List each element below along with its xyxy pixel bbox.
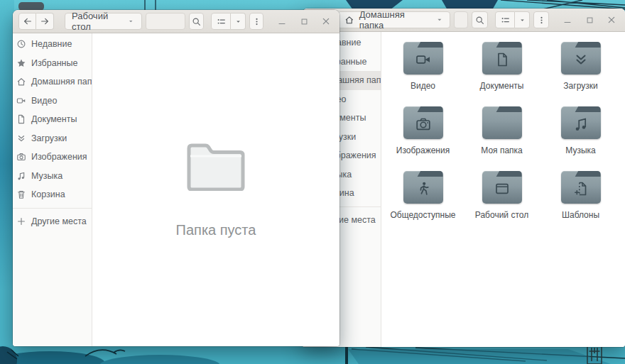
front-minimize-button[interactable] <box>276 15 288 28</box>
folder-item[interactable]: Загрузки <box>544 42 618 91</box>
plus-icon <box>16 216 26 226</box>
document-icon <box>494 51 511 68</box>
back-maximize-button[interactable] <box>583 13 596 26</box>
folder-icon <box>561 106 601 139</box>
chevron-down-icon <box>234 18 242 26</box>
plain-icon <box>494 116 511 133</box>
sidebar-item[interactable]: Музыка <box>13 167 92 186</box>
list-view-icon <box>501 16 510 25</box>
front-content-area: Папка пуста <box>92 33 339 346</box>
empty-folder-message: Папка пуста <box>176 222 256 238</box>
folder-label: Изображения <box>396 145 450 155</box>
folder-item[interactable]: Общедоступные <box>386 171 460 220</box>
music-icon <box>572 116 589 133</box>
sidebar-item-label: Музыка <box>31 171 62 181</box>
folder-item[interactable]: Музыка <box>544 106 618 155</box>
search-icon <box>475 16 484 25</box>
pictures-icon <box>16 152 26 162</box>
sidebar-item[interactable]: Изображения <box>13 148 92 167</box>
sidebar-item-label: Домашняя папка <box>31 77 92 87</box>
kebab-menu-icon <box>537 16 546 25</box>
front-path-extra-segment <box>146 13 186 30</box>
folder-label: Музыка <box>565 145 595 155</box>
folder-label: Документы <box>480 81 524 91</box>
downloads-icon <box>572 51 589 68</box>
arrow-right-icon <box>40 16 50 26</box>
sidebar-item-label: Другие места <box>31 216 87 226</box>
front-headerbar: Рабочий стол <box>13 10 339 33</box>
folder-label: Видео <box>411 81 435 91</box>
files-window-desktop: Рабочий стол Недавние <box>13 10 339 346</box>
folder-icon <box>403 42 443 75</box>
chevron-down-icon <box>127 17 134 26</box>
front-view-split-button <box>211 13 246 30</box>
back-window-controls <box>561 13 618 26</box>
front-path-button[interactable]: Рабочий стол <box>65 13 142 30</box>
sidebar-item[interactable]: Загрузки <box>13 129 92 148</box>
document-icon <box>16 114 26 124</box>
chevron-down-icon <box>435 16 444 24</box>
front-list-view-button[interactable] <box>211 13 231 30</box>
back-window-body: Недавние Избранные Домашняя папка Видео … <box>302 32 625 347</box>
sidebar-item-label: Загрузки <box>31 133 67 143</box>
back-path-extra-segment <box>454 11 468 28</box>
camera-icon <box>415 116 432 133</box>
back-content-area: Видео Документы Загрузки <box>381 32 625 347</box>
sidebar-item-label: Изображения <box>31 152 87 162</box>
folder-label: Шаблоны <box>562 210 599 220</box>
sidebar-item-label: Недавние <box>31 39 72 49</box>
folder-item[interactable]: Документы <box>465 42 539 91</box>
back-button[interactable] <box>18 13 36 30</box>
home-icon <box>344 15 354 25</box>
folder-icon <box>482 42 522 75</box>
minimize-icon <box>562 15 572 25</box>
back-headerbar: Домашняя папка <box>302 9 625 32</box>
close-icon <box>607 15 616 25</box>
close-icon <box>321 16 331 26</box>
forward-button[interactable] <box>36 13 54 30</box>
folder-item[interactable]: Шаблоны <box>544 171 618 220</box>
chevron-down-icon <box>518 16 526 24</box>
sidebar-item[interactable]: Домашняя папка <box>13 72 92 92</box>
back-path-label: Домашняя папка <box>359 9 430 31</box>
back-minimize-button[interactable] <box>561 13 574 26</box>
list-view-icon <box>217 17 226 26</box>
home-icon <box>16 77 26 87</box>
sidebar-item[interactable]: Корзина <box>13 185 92 204</box>
video-icon <box>415 51 432 68</box>
folder-icon <box>482 106 522 139</box>
sidebar-item[interactable]: Избранные <box>13 54 92 73</box>
sidebar-item[interactable]: Видео <box>13 92 92 111</box>
folder-label: Общедоступные <box>390 210 455 220</box>
folder-item[interactable]: Видео <box>386 42 460 91</box>
back-list-view-button[interactable] <box>495 11 515 28</box>
recent-icon <box>16 39 26 49</box>
front-window-body: Недавние Избранные Домашняя папка Видео … <box>13 33 339 346</box>
folder-item[interactable]: Изображения <box>386 106 460 155</box>
sidebar-item-other-locations[interactable]: Другие места <box>13 212 92 231</box>
maximize-icon <box>300 17 309 26</box>
front-search-button[interactable] <box>189 13 204 30</box>
front-window-controls <box>276 15 332 28</box>
sidebar-item[interactable]: Документы <box>13 110 92 129</box>
back-path-button[interactable]: Домашняя папка <box>337 11 450 28</box>
folder-item[interactable]: Рабочий стол <box>465 171 539 220</box>
sidebar-item[interactable]: Недавние <box>13 35 92 54</box>
front-menu-button[interactable] <box>249 13 263 30</box>
folder-icon <box>561 171 601 204</box>
navigation-buttons <box>18 13 54 30</box>
public-icon <box>415 180 432 197</box>
front-view-options-button[interactable] <box>231 13 246 30</box>
back-close-button[interactable] <box>605 13 618 26</box>
front-path-label: Рабочий стол <box>72 11 122 32</box>
front-maximize-button[interactable] <box>298 15 310 28</box>
back-search-button[interactable] <box>472 11 489 28</box>
back-menu-button[interactable] <box>533 11 549 28</box>
kebab-menu-icon <box>252 17 261 26</box>
sidebar-item-label: Корзина <box>31 189 65 199</box>
front-close-button[interactable] <box>320 15 332 28</box>
folder-grid: Видео Документы Загрузки <box>384 42 625 220</box>
sidebar-item-label: Видео <box>31 96 58 106</box>
back-view-options-button[interactable] <box>515 11 530 28</box>
folder-item[interactable]: Моя папка <box>465 106 539 155</box>
